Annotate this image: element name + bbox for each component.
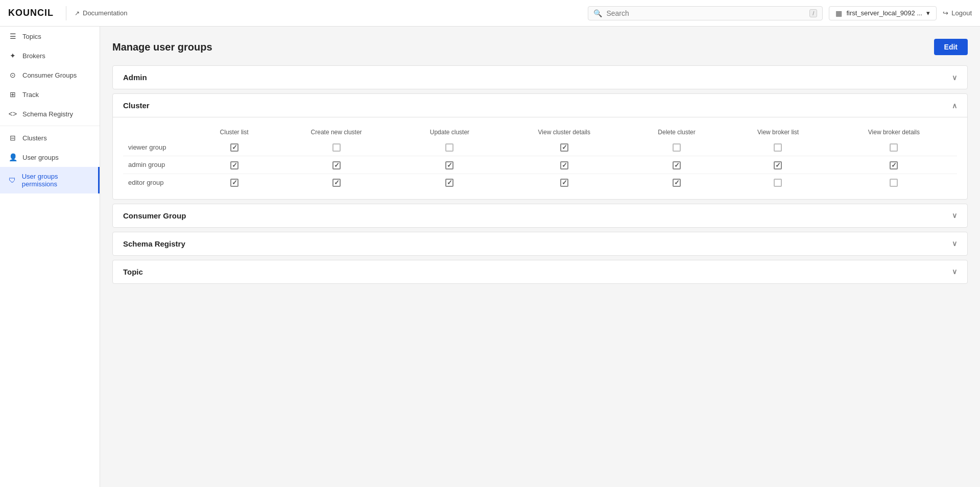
sidebar-item-label: User groups permissions — [22, 173, 90, 188]
permission-cell — [195, 156, 274, 174]
checkbox-unchecked[interactable] — [774, 143, 782, 152]
permission-cell — [274, 174, 399, 191]
table-row: admin group — [123, 156, 957, 174]
app-logo: KOUNCIL — [8, 8, 54, 18]
permission-cell — [831, 139, 957, 156]
permission-cell — [725, 174, 830, 191]
chevron-down-icon: ∨ — [952, 74, 957, 82]
accordion-cluster-label: Cluster — [123, 101, 150, 110]
checkbox-unchecked[interactable] — [445, 143, 453, 152]
accordion-schema-registry: Schema Registry ∨ — [112, 232, 968, 256]
main-content: Manage user groups Edit Admin ∨ Cluster … — [100, 27, 980, 487]
checkbox-checked[interactable] — [445, 179, 453, 187]
permission-cell — [399, 174, 500, 191]
nav-divider — [66, 6, 66, 20]
sidebar-item-user-groups-permissions[interactable]: 🛡 User groups permissions — [0, 167, 100, 193]
permission-cell — [831, 156, 957, 174]
sidebar-item-clusters[interactable]: ⊟ Clusters — [0, 128, 100, 148]
track-icon: ⊞ — [8, 90, 17, 99]
checkbox-unchecked[interactable] — [890, 143, 898, 152]
search-icon: 🔍 — [593, 9, 602, 17]
permission-cell — [500, 139, 628, 156]
accordion-consumer-group-header[interactable]: Consumer Group ∨ — [113, 204, 967, 227]
permission-cell — [500, 156, 628, 174]
col-create-cluster: Create new cluster — [274, 126, 399, 139]
checkbox-checked[interactable] — [332, 161, 341, 169]
chevron-down-icon: ∨ — [952, 211, 957, 220]
sidebar-item-consumer-groups[interactable]: ⊙ Consumer Groups — [0, 65, 100, 85]
checkbox-checked[interactable] — [560, 179, 568, 187]
sidebar-item-label: User groups — [22, 154, 59, 161]
accordion-admin: Admin ∨ — [112, 65, 968, 89]
permission-cell — [500, 174, 628, 191]
sidebar-item-label: Topics — [22, 33, 41, 40]
group-name-cell: viewer group — [123, 139, 195, 156]
accordion-cluster-body: Cluster list Create new cluster Update c… — [113, 117, 967, 199]
sidebar-item-user-groups[interactable]: 👤 User groups — [0, 148, 100, 167]
shield-icon: 🛡 — [8, 176, 17, 184]
checkbox-checked[interactable] — [774, 161, 782, 169]
documentation-link[interactable]: ↗ Documentation — [75, 9, 127, 17]
checkbox-checked[interactable] — [673, 161, 681, 169]
logout-button[interactable]: ↪ Logout — [943, 9, 972, 17]
sidebar-item-topics[interactable]: ☰ Topics — [0, 27, 100, 46]
search-kbd: / — [809, 9, 817, 17]
accordion-admin-header[interactable]: Admin ∨ — [113, 66, 967, 89]
permission-cell — [195, 174, 274, 191]
edit-button[interactable]: Edit — [934, 39, 968, 55]
server-icon: ▦ — [835, 9, 842, 17]
accordion-consumer-group-label: Consumer Group — [123, 211, 186, 220]
accordion-topic-header[interactable]: Topic ∨ — [113, 260, 967, 283]
accordion-schema-registry-header[interactable]: Schema Registry ∨ — [113, 232, 967, 255]
checkbox-unchecked[interactable] — [774, 179, 782, 187]
sidebar-item-label: Schema Registry — [22, 110, 73, 118]
permission-cell — [399, 139, 500, 156]
col-delete-cluster: Delete cluster — [628, 126, 726, 139]
consumer-groups-icon: ⊙ — [8, 71, 17, 79]
permission-cell — [628, 174, 726, 191]
checkbox-checked[interactable] — [560, 143, 568, 152]
sidebar-section-admin: ⊟ Clusters 👤 User groups 🛡 User groups p… — [0, 126, 100, 193]
table-header-row: Cluster list Create new cluster Update c… — [123, 126, 957, 139]
logout-label: Logout — [951, 9, 972, 17]
checkbox-checked[interactable] — [445, 161, 453, 169]
chevron-down-icon: ▾ — [926, 9, 930, 17]
external-link-icon: ↗ — [75, 10, 80, 17]
sidebar-item-label: Clusters — [22, 134, 47, 142]
checkbox-checked[interactable] — [890, 161, 898, 169]
sidebar-item-schema-registry[interactable]: <> Schema Registry — [0, 104, 100, 124]
checkbox-unchecked[interactable] — [890, 179, 898, 187]
search-input[interactable] — [606, 9, 805, 17]
checkbox-checked[interactable] — [332, 179, 341, 187]
checkbox-unchecked[interactable] — [332, 143, 341, 152]
permissions-table: Cluster list Create new cluster Update c… — [123, 126, 957, 191]
sidebar-item-track[interactable]: ⊞ Track — [0, 85, 100, 104]
permission-cell — [725, 139, 830, 156]
sidebar-item-label: Brokers — [22, 52, 45, 60]
accordion-topic-label: Topic — [123, 267, 143, 276]
col-cluster-list: Cluster list — [195, 126, 274, 139]
accordion-cluster-header[interactable]: Cluster ∧ — [113, 94, 967, 117]
schema-registry-icon: <> — [8, 110, 17, 118]
checkbox-checked[interactable] — [230, 161, 238, 169]
sidebar-item-label: Consumer Groups — [22, 71, 77, 79]
clusters-icon: ⊟ — [8, 134, 17, 142]
navbar: KOUNCIL ↗ Documentation 🔍 / ▦ first_serv… — [0, 0, 980, 27]
checkbox-checked[interactable] — [560, 161, 568, 169]
server-label: first_server_local_9092 ... — [846, 9, 922, 17]
permission-cell — [274, 139, 399, 156]
checkbox-checked[interactable] — [673, 179, 681, 187]
checkbox-unchecked[interactable] — [673, 143, 681, 152]
documentation-label: Documentation — [83, 9, 127, 17]
checkbox-checked[interactable] — [230, 179, 238, 187]
server-selector[interactable]: ▦ first_server_local_9092 ... ▾ — [829, 6, 937, 20]
checkbox-checked[interactable] — [230, 143, 238, 152]
sidebar-item-brokers[interactable]: ✦ Brokers — [0, 46, 100, 65]
search-bar[interactable]: 🔍 / — [588, 6, 823, 20]
permission-cell — [274, 156, 399, 174]
chevron-down-icon: ∨ — [952, 267, 957, 276]
permission-cell — [628, 156, 726, 174]
group-name-cell: admin group — [123, 156, 195, 174]
permission-cell — [628, 139, 726, 156]
accordion-topic: Topic ∨ — [112, 260, 968, 284]
